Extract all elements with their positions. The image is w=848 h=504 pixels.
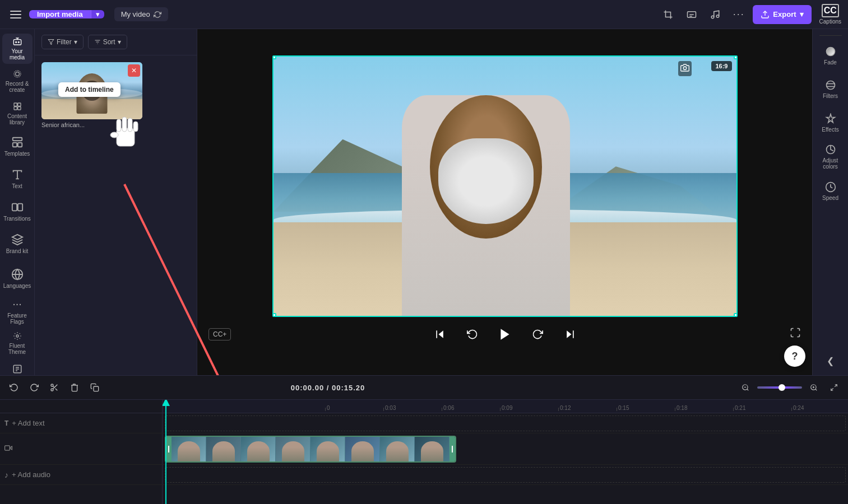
svg-marker-33	[567, 330, 571, 338]
svg-rect-46	[94, 386, 99, 391]
project-tab[interactable]: My video	[114, 7, 168, 21]
sort-button[interactable]: Sort ▾	[88, 35, 127, 49]
sidebar-item-label: Record & create	[6, 81, 29, 93]
more-options-button[interactable]: ···	[729, 5, 748, 24]
svg-marker-56	[10, 446, 12, 450]
redo-icon	[30, 383, 39, 392]
audio-track-content[interactable]	[165, 467, 846, 483]
sidebar-item-your-media[interactable]: Your media	[2, 34, 33, 64]
text-track-content[interactable]	[165, 416, 846, 431]
rewind-button[interactable]	[462, 324, 483, 345]
corner-handle-tr[interactable]	[734, 55, 738, 59]
media-grid: ✕ + Add to timeline Senior african...	[35, 55, 197, 375]
sidebar-item-record[interactable]: Record & create	[2, 66, 33, 96]
captions-label: Captions	[819, 18, 841, 25]
clip-handle-right[interactable]	[450, 437, 455, 461]
right-tool-adjust-colors[interactable]: Adjust colors	[815, 141, 846, 173]
right-tool-effects[interactable]: Effects	[815, 107, 846, 138]
right-tool-fade[interactable]: Fade	[815, 40, 846, 71]
zoom-in-button[interactable]	[805, 379, 822, 396]
video-canvas[interactable]: 16:9	[272, 55, 738, 317]
timeline-scrollable[interactable]: 0 0:03 0:06 0:09 0:12 0:15 0:18 0:21 0:2…	[163, 400, 848, 504]
import-media-dropdown[interactable]: ▾	[91, 10, 104, 18]
timeline-labels: T + Add text ♪ + Add audio	[0, 400, 163, 504]
captions-button[interactable]: CC Captions	[819, 4, 841, 24]
play-pause-button[interactable]	[494, 324, 516, 345]
sidebar-item-languages[interactable]: Languages	[2, 263, 33, 293]
screenshot-icon[interactable]	[678, 61, 692, 76]
filter-label: Filter	[57, 38, 72, 46]
right-tool-filters[interactable]: Filters	[815, 73, 846, 105]
svg-rect-57	[5, 446, 10, 450]
sidebar-item-templates[interactable]: Templates	[2, 131, 33, 161]
collapse-right-sidebar-button[interactable]: ❮	[822, 351, 838, 371]
skip-forward-button[interactable]	[559, 324, 581, 345]
right-sidebar: Fade Filters Effects Adjust colors Speed…	[812, 29, 848, 375]
zoom-out-button[interactable]	[737, 379, 754, 396]
svg-point-29	[683, 67, 686, 69]
menu-button[interactable]	[7, 6, 25, 24]
svg-line-45	[53, 386, 54, 388]
ruler-mark: 0:09	[500, 405, 558, 413]
export-icon	[761, 10, 770, 19]
sidebar-item-version[interactable]: Version f5173e3	[2, 361, 33, 375]
add-audio-button[interactable]: + Add audio	[12, 470, 50, 479]
sidebar-item-label: Transitions	[3, 216, 31, 222]
sidebar-item-label: Feature Flags	[7, 312, 26, 325]
clip-handle-left[interactable]	[166, 437, 172, 461]
export-dropdown-arrow: ▾	[800, 10, 804, 18]
zoom-thumb	[779, 384, 785, 391]
delete-button[interactable]	[66, 379, 83, 396]
sidebar-item-brand-kit[interactable]: Brand kit	[2, 228, 33, 259]
copy-icon	[90, 383, 99, 392]
clip-frame	[206, 437, 241, 461]
copy-button[interactable]	[86, 379, 103, 396]
media-item[interactable]: ✕ + Add to timeline Senior african...	[41, 62, 142, 128]
sidebar-item-feature-flags[interactable]: ··· Feature Flags	[2, 296, 33, 326]
filter-icon	[48, 39, 54, 45]
corner-handle-bl[interactable]	[272, 313, 276, 317]
text-track-row	[163, 413, 848, 433]
sidebar-item-text[interactable]: Text	[2, 164, 33, 194]
cut-button[interactable]	[46, 379, 63, 396]
add-text-button[interactable]: + Add text	[12, 419, 44, 427]
svg-rect-12	[17, 107, 20, 110]
clip-frame	[380, 437, 415, 461]
sidebar-item-fluent-theme[interactable]: Fluent Theme	[2, 328, 33, 358]
filter-button[interactable]: Filter ▾	[41, 35, 84, 49]
ruler-mark: 0:12	[558, 405, 617, 413]
captions-tool-button[interactable]	[682, 5, 701, 24]
sidebar-item-transitions[interactable]: Transitions	[2, 196, 33, 226]
video-clip[interactable]	[165, 436, 456, 463]
cc-button[interactable]: CC+	[208, 328, 231, 340]
main-area: Your media Record & create Content libra…	[0, 29, 848, 375]
undo-button[interactable]	[6, 379, 22, 396]
crop-tool-button[interactable]	[659, 5, 678, 24]
transitions-icon	[11, 201, 24, 213]
forward-button[interactable]	[527, 324, 548, 345]
corner-handle-br[interactable]	[734, 313, 738, 317]
sidebar-item-label: Content library	[7, 113, 27, 125]
skip-back-button[interactable]	[429, 324, 451, 345]
brand-icon	[11, 234, 24, 246]
skip-forward-icon	[564, 329, 576, 340]
aspect-ratio-badge[interactable]: 16:9	[711, 61, 731, 71]
media-panel: Filter ▾ Sort ▾ ✕ +	[35, 29, 197, 375]
clip-frame	[172, 437, 206, 461]
sidebar-item-content-library[interactable]: Content library	[2, 99, 33, 129]
right-tool-speed[interactable]: Speed	[815, 175, 846, 207]
zoom-slider[interactable]	[757, 386, 802, 389]
redo-button[interactable]	[26, 379, 43, 396]
ruler-mark: 0:18	[675, 405, 733, 413]
fit-icon	[830, 384, 838, 391]
media-delete-button[interactable]: ✕	[128, 64, 140, 77]
fit-timeline-button[interactable]	[826, 379, 842, 396]
right-tool-label: Fade	[824, 59, 837, 66]
export-button[interactable]: Export ▾	[753, 5, 811, 24]
timeline-playhead[interactable]	[165, 400, 166, 504]
corner-handle-tl[interactable]	[272, 55, 276, 59]
audio-tool-button[interactable]	[706, 5, 725, 24]
help-button[interactable]: ?	[784, 346, 805, 367]
import-media-button[interactable]: Import media	[29, 10, 91, 18]
fullscreen-button[interactable]	[790, 327, 801, 341]
